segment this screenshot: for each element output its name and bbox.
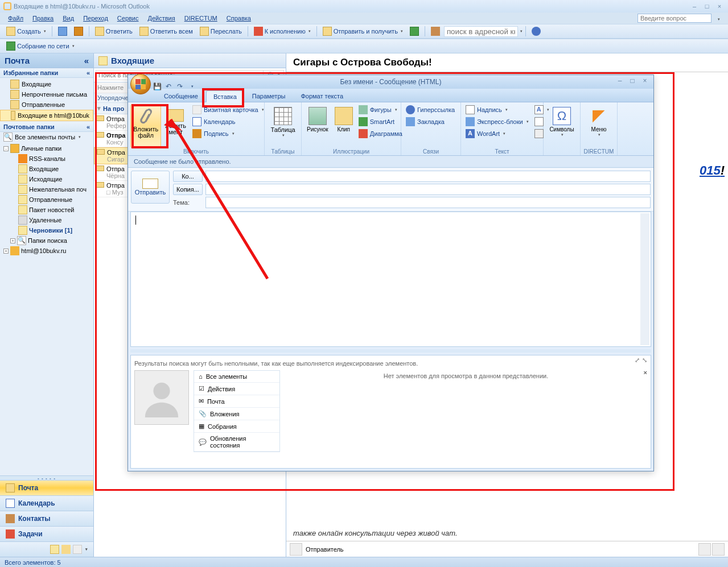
menu-directum[interactable]: DIRECTUM: [181, 14, 221, 23]
to-button[interactable]: Ко...: [173, 171, 203, 182]
section-contacts[interactable]: Контакты: [0, 511, 93, 526]
quickparts-button[interactable]: Экспресс-блоки▾: [463, 116, 531, 127]
compose-minimize[interactable]: –: [615, 77, 625, 85]
pf-status[interactable]: 💬Обновления состояния: [194, 433, 279, 452]
menu-view[interactable]: Вид: [59, 14, 77, 23]
chart-button[interactable]: Диаграмма: [356, 128, 405, 139]
attach-item-button[interactable]: ложить мент: [162, 104, 189, 148]
menu-edit[interactable]: Правка: [29, 14, 57, 23]
symbols-button[interactable]: ΩСимволы▾: [546, 104, 578, 148]
section-more[interactable]: ▾: [0, 541, 93, 557]
expand-icon[interactable]: ⤢: [635, 357, 640, 364]
tree-deleted[interactable]: Удаленные: [2, 215, 91, 225]
all-mail-items[interactable]: 🔍Все элементы почты▾: [0, 132, 93, 142]
collapse-icon[interactable]: ⤡: [642, 357, 647, 364]
menu-tools[interactable]: Сервис: [114, 14, 142, 23]
picture-button[interactable]: Рисунок: [304, 104, 331, 148]
qat-redo-icon[interactable]: ↷: [175, 81, 185, 92]
help-icon[interactable]: [529, 25, 544, 38]
to-field[interactable]: [205, 171, 651, 182]
tab-insert[interactable]: Вставка: [206, 90, 244, 102]
signature-button[interactable]: Подпись▾: [190, 128, 266, 139]
qat-undo-icon[interactable]: ↶: [163, 81, 174, 92]
qat-save-icon[interactable]: 💾: [152, 81, 162, 92]
menu-file[interactable]: Файл: [5, 14, 27, 23]
people-icon-1[interactable]: [698, 543, 711, 556]
tree-rss[interactable]: RSS-каналы: [2, 154, 91, 164]
compose-maximize[interactable]: □: [627, 77, 637, 85]
tree-junk[interactable]: Нежелательная поч: [2, 184, 91, 194]
tree-sent[interactable]: Отправленные: [2, 194, 91, 205]
fav-unread[interactable]: Непрочтенные письма: [0, 89, 93, 100]
nav-grip[interactable]: • • • • •: [0, 475, 93, 480]
categorize-button[interactable]: [71, 25, 86, 38]
hyperlink-button[interactable]: Гиперссылка: [404, 104, 457, 115]
pf-meetings[interactable]: ▦Собрания: [194, 420, 279, 433]
section-calendar[interactable]: Календарь: [0, 495, 93, 511]
send-receive-button[interactable]: Отправить и получить▾: [320, 25, 406, 38]
shapes-button[interactable]: Фигуры▾: [356, 104, 405, 115]
tree-search-folders[interactable]: +🔍Папки поиска: [2, 235, 91, 246]
tree-news[interactable]: Пакет новостей: [2, 205, 91, 215]
qat-customize-icon[interactable]: ▾: [187, 81, 198, 92]
online-meeting-button[interactable]: Собрание по сети▾: [3, 40, 77, 52]
clip-button[interactable]: Клип: [332, 104, 355, 148]
tab-format[interactable]: Формат текста: [293, 90, 351, 102]
new-button[interactable]: Создать▾: [3, 25, 49, 38]
directum-menu-button[interactable]: ◤Меню▾: [583, 104, 615, 148]
pf-actions[interactable]: ☑Действия: [194, 383, 279, 395]
fav-sent[interactable]: Отправленные: [0, 100, 93, 110]
tree-drafts[interactable]: Черновики [1]: [2, 225, 91, 235]
menu-go[interactable]: Переход: [80, 14, 112, 23]
business-card-button[interactable]: Визитная карточка▾: [190, 104, 266, 115]
section-mail[interactable]: Почта: [0, 480, 93, 495]
pf-mail[interactable]: ✉Почта: [194, 395, 279, 408]
compose-splitter[interactable]: [130, 349, 651, 353]
pf-attach[interactable]: 📎Вложения: [194, 408, 279, 420]
followup-button[interactable]: К исполнению▾: [251, 25, 314, 38]
people-close-icon[interactable]: ×: [644, 369, 647, 376]
compose-scrollbar[interactable]: [640, 213, 649, 345]
address-search-input[interactable]: [444, 26, 518, 37]
favorites-label[interactable]: Избранные папки«: [0, 68, 93, 78]
maximize-button[interactable]: □: [702, 3, 712, 10]
mail-folders-label[interactable]: Почтовые папки«: [0, 122, 93, 132]
collapse-nav-icon[interactable]: «: [84, 56, 89, 65]
tree-outbox[interactable]: Исходящие: [2, 174, 91, 184]
cc-button[interactable]: Копия...: [173, 184, 203, 195]
send-button[interactable]: Отправить: [131, 171, 170, 204]
textbox-button[interactable]: Надпись▾: [463, 104, 531, 115]
compose-close[interactable]: ×: [640, 77, 650, 85]
tab-options[interactable]: Параметры: [245, 90, 293, 102]
pf-all[interactable]: ⌂Все элементы: [194, 371, 279, 383]
compose-body[interactable]: [130, 212, 651, 347]
smartart-button[interactable]: SmartArt: [356, 116, 405, 127]
print-button[interactable]: [55, 25, 70, 38]
reply-button[interactable]: Ответить: [92, 25, 135, 38]
reply-all-button[interactable]: Ответить всем: [137, 25, 196, 38]
help-question-box[interactable]: ▾: [637, 14, 723, 23]
minimize-button[interactable]: –: [689, 3, 700, 10]
fav-account-inbox[interactable]: Входящие в html@10buk: [0, 110, 93, 121]
calendar-button[interactable]: Календарь: [190, 116, 266, 127]
tree-inbox[interactable]: Входящие: [2, 164, 91, 174]
attach-file-button[interactable]: Вложить файл: [130, 104, 161, 148]
help-question-input[interactable]: [637, 14, 711, 23]
cc-field[interactable]: [205, 184, 651, 195]
fav-inbox[interactable]: Входящие: [0, 79, 93, 89]
bookmark-button[interactable]: Закладка: [404, 116, 457, 127]
section-tasks[interactable]: Задачи: [0, 526, 93, 541]
menu-actions[interactable]: Действия: [145, 14, 179, 23]
tree-personal-folders[interactable]: -Личные папки: [2, 143, 91, 154]
tree-account[interactable]: +html@10bukv.ru: [2, 246, 91, 256]
close-button[interactable]: ×: [714, 3, 725, 10]
people-icon-2[interactable]: [712, 543, 725, 556]
forward-button[interactable]: Переслать: [197, 25, 245, 38]
office-button[interactable]: [130, 74, 151, 94]
address-book-button[interactable]: [428, 25, 443, 38]
table-button[interactable]: Таблица▾: [267, 104, 299, 148]
wordart-button[interactable]: AWordArt▾: [463, 128, 531, 139]
subject-field[interactable]: [205, 197, 651, 208]
menu-help[interactable]: Справка: [223, 14, 254, 23]
sync-button[interactable]: [407, 25, 422, 38]
